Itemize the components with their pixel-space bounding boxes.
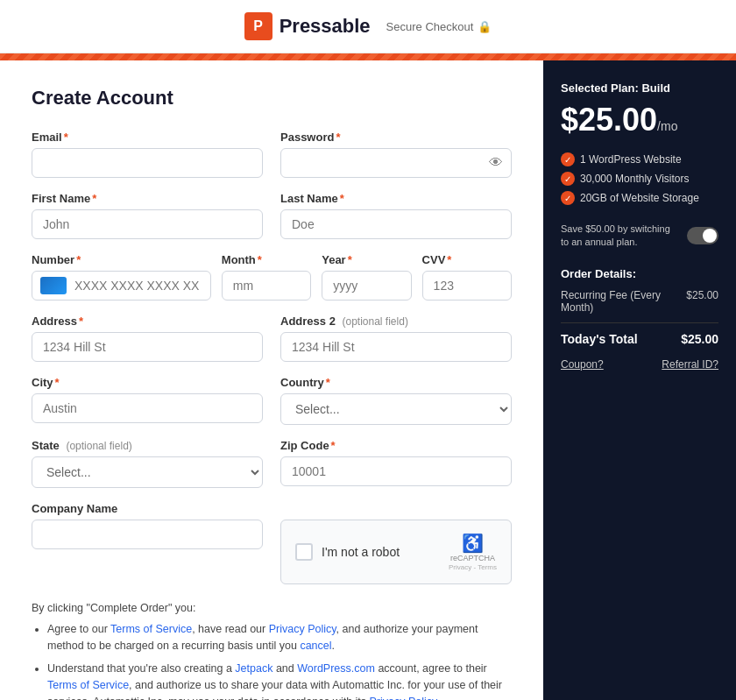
zipcode-input[interactable] [280, 456, 512, 486]
main-container: Create Account Email* Password* 👁 [0, 60, 736, 700]
password-wrapper: 👁 [280, 148, 512, 178]
card-row: Number* Month* Year* [32, 253, 512, 301]
plan-features: ✓ 1 WordPress Website ✓ 30,000 Monthly V… [561, 152, 718, 205]
captcha-text: I'm not a robot [322, 545, 400, 559]
wp-link[interactable]: WordPress.com [297, 662, 375, 675]
address-label: Address* [32, 315, 263, 328]
firstname-label: First Name* [32, 192, 263, 205]
country-select[interactable]: Select... United States United Kingdom C… [280, 393, 512, 425]
terms-item-1: Agree to our Terms of Service, have read… [47, 621, 512, 654]
year-input[interactable] [322, 271, 411, 301]
company-label: Company Name [32, 502, 263, 515]
year-group: Year* [322, 253, 411, 301]
captcha-right: ♿ reCAPTCHA Privacy - Terms [449, 533, 497, 571]
coupon-row: Coupon? Referral ID? [561, 358, 718, 371]
feature-item-2: ✓ 30,000 Monthly Visitors [561, 172, 718, 186]
captcha-left: I'm not a robot [295, 543, 400, 561]
password-group: Password* 👁 [280, 131, 512, 178]
check-circle-1: ✓ [561, 152, 575, 166]
total-value: $25.00 [681, 332, 718, 346]
country-label: Country* [280, 376, 512, 389]
address2-label: Address 2 (optional field) [280, 315, 512, 328]
lastname-input[interactable] [280, 209, 512, 239]
state-group: State (optional field) Select... Texas C… [32, 439, 263, 488]
terms-list: Agree to our Terms of Service, have read… [32, 621, 512, 700]
selected-plan-label: Selected Plan: Build [561, 81, 718, 95]
company-group: Company Name [32, 502, 263, 584]
zipcode-group: Zip Code* [280, 439, 512, 488]
check-circle-2: ✓ [561, 172, 575, 186]
order-panel: Selected Plan: Build $25.00/mo ✓ 1 WordP… [543, 60, 736, 700]
firstname-input[interactable] [32, 209, 263, 239]
feature-item-1: ✓ 1 WordPress Website [561, 152, 718, 166]
address-input[interactable] [32, 332, 263, 362]
secure-checkout-text: Secure Checkout [386, 20, 474, 33]
month-input[interactable] [222, 271, 311, 301]
state-select[interactable]: Select... Texas California New York [32, 456, 263, 488]
city-group: City* [32, 376, 263, 425]
annual-toggle-text: Save $50.00 by switching to an annual pl… [561, 223, 680, 250]
order-divider [561, 322, 718, 323]
tos-link-2[interactable]: Terms of Service [47, 679, 129, 691]
year-label: Year* [322, 253, 411, 266]
tos-link-1[interactable]: Terms of Service [110, 623, 192, 635]
number-label: Number* [32, 253, 211, 266]
cvv-input[interactable] [422, 271, 512, 301]
feature-text-2: 30,000 Monthly Visitors [580, 173, 690, 185]
referral-link[interactable]: Referral ID? [662, 358, 718, 371]
city-input[interactable] [32, 393, 263, 423]
address-row: Address* Address 2 (optional field) [32, 315, 512, 362]
orange-bar [0, 53, 736, 60]
state-zip-row: State (optional field) Select... Texas C… [32, 439, 512, 488]
recaptcha-label: reCAPTCHA [450, 554, 495, 563]
email-input[interactable] [32, 148, 263, 178]
pressable-logo: P Pressable [244, 12, 371, 40]
company-input[interactable] [32, 520, 263, 549]
email-password-row: Email* Password* 👁 [32, 131, 512, 178]
country-group: Country* Select... United States United … [280, 376, 512, 425]
recurring-fee-line: Recurring Fee (Every Month) $25.00 [561, 289, 718, 314]
captcha-box[interactable]: I'm not a robot ♿ reCAPTCHA Privacy - Te… [280, 520, 512, 584]
card-input-wrapper [32, 271, 211, 301]
state-label: State (optional field) [32, 439, 263, 452]
order-total: Today's Total $25.00 [561, 332, 718, 346]
check-circle-3: ✓ [561, 191, 575, 205]
pp-link-2[interactable]: Privacy Policy [370, 696, 437, 700]
terms-intro: By clicking "Complete Order" you: [32, 602, 512, 614]
name-row: First Name* Last Name* [32, 192, 512, 239]
lastname-group: Last Name* [280, 192, 512, 239]
month-label: Month* [222, 253, 311, 266]
jetpack-link[interactable]: Jetpack [235, 662, 272, 675]
feature-text-3: 20GB of Website Storage [580, 192, 699, 204]
lock-icon: 🔒 [478, 20, 492, 33]
price-display: $25.00/mo [561, 102, 718, 138]
month-group: Month* [222, 253, 311, 301]
terms-item-2: Understand that you're also creating a J… [47, 661, 512, 700]
eye-icon[interactable]: 👁 [489, 155, 503, 171]
coupon-link[interactable]: Coupon? [561, 358, 604, 371]
password-input[interactable] [280, 148, 512, 178]
email-group: Email* [32, 131, 263, 178]
captcha-group: Space I'm not a robot ♿ reCAPTCHA Privac… [280, 502, 512, 584]
secure-checkout: Secure Checkout 🔒 [386, 20, 492, 33]
lastname-label: Last Name* [280, 192, 512, 205]
card-number-group: Number* [32, 253, 211, 301]
terms-section: By clicking "Complete Order" you: Agree … [32, 602, 512, 700]
recurring-label: Recurring Fee (Every Month) [561, 289, 686, 314]
cancel-link[interactable]: cancel [300, 640, 331, 652]
recurring-value: $25.00 [686, 289, 718, 314]
firstname-group: First Name* [32, 192, 263, 239]
logo-text: Pressable [280, 15, 371, 38]
feature-item-3: ✓ 20GB of Website Storage [561, 191, 718, 205]
captcha-checkbox[interactable] [295, 543, 313, 561]
zipcode-label: Zip Code* [280, 439, 512, 452]
pp-link-1[interactable]: Privacy Policy [269, 623, 336, 635]
address-group: Address* [32, 315, 263, 362]
address2-input[interactable] [280, 332, 512, 362]
form-panel: Create Account Email* Password* 👁 [0, 60, 543, 700]
logo-icon: P [244, 12, 272, 40]
annual-toggle-switch[interactable] [687, 227, 718, 244]
email-label: Email* [32, 131, 263, 144]
address2-group: Address 2 (optional field) [280, 315, 512, 362]
page-title: Create Account [32, 87, 512, 110]
